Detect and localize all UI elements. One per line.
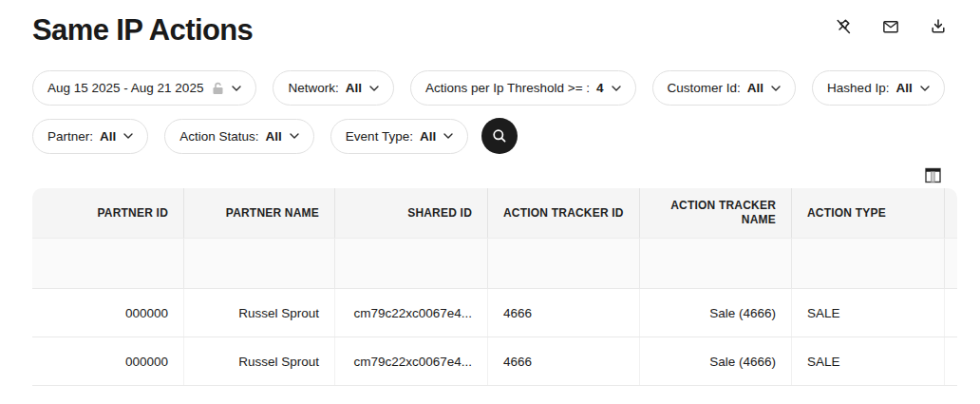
event-type-filter[interactable]: Event Type: All [330, 119, 468, 154]
network-filter-value: All [346, 81, 362, 95]
column-filter-cell[interactable] [487, 239, 639, 288]
cell-partner-id: 000000 [32, 337, 183, 385]
download-icon[interactable] [929, 17, 948, 36]
cell-shared-id: cm79c22xc0067e4... [334, 337, 487, 385]
event-type-filter-label: Event Type: [346, 129, 413, 144]
date-range-filter[interactable]: Aug 15 2025 - Aug 21 2025 [32, 70, 256, 106]
chevron-down-icon [290, 133, 299, 139]
cell-spacer [944, 289, 975, 337]
column-header-action-tracker-id[interactable]: ACTION TRACKER ID [487, 188, 639, 238]
action-status-filter-value: All [266, 129, 282, 144]
network-filter[interactable]: Network: All [273, 70, 394, 106]
manage-columns-icon[interactable] [925, 167, 941, 183]
action-status-filter[interactable]: Action Status: All [164, 119, 314, 154]
cell-action-tracker-id: 4666 [487, 337, 639, 385]
partner-filter[interactable]: Partner: All [32, 119, 148, 154]
same-ip-actions-table: PARTNER ID PARTNER NAME SHARED ID ACTION… [32, 188, 957, 385]
unpin-icon[interactable] [834, 17, 853, 36]
email-icon[interactable] [881, 17, 900, 36]
table-tools [0, 167, 980, 183]
actions-per-ip-threshold-filter[interactable]: Actions per Ip Threshold >= : 4 [410, 70, 636, 106]
topbar: Same IP Actions [0, 0, 980, 48]
column-filter-spacer [944, 239, 975, 288]
customer-id-filter-label: Customer Id: [668, 81, 741, 95]
cell-action-type: SALE [791, 337, 944, 385]
cell-action-tracker-id: 4666 [487, 289, 639, 337]
network-filter-label: Network: [288, 81, 338, 95]
hashed-ip-filter-label: Hashed Ip: [827, 81, 889, 95]
column-header-partner-name[interactable]: PARTNER NAME [183, 188, 334, 238]
threshold-filter-label: Actions per Ip Threshold >= : [425, 81, 590, 95]
filters: Aug 15 2025 - Aug 21 2025 Network: All A… [32, 70, 980, 154]
cell-action-type: SALE [791, 289, 944, 337]
hashed-ip-filter-value: All [895, 81, 912, 95]
chevron-down-icon [771, 86, 781, 91]
partner-filter-label: Partner: [47, 129, 93, 144]
table-row-partial [32, 385, 957, 391]
chevron-down-icon [612, 86, 621, 91]
open-lock-icon [212, 82, 224, 95]
date-range-label: Aug 15 2025 - Aug 21 2025 [47, 81, 203, 95]
customer-id-filter[interactable]: Customer Id: All [652, 70, 797, 106]
search-icon [491, 127, 508, 144]
event-type-filter-value: All [420, 129, 436, 144]
threshold-filter-value: 4 [596, 81, 604, 95]
action-status-filter-label: Action Status: [179, 129, 258, 144]
column-header-action-type[interactable]: ACTION TYPE [791, 188, 944, 238]
search-button[interactable] [481, 118, 518, 154]
table-row: 000000 Russel Sprout cm79c22xc0067e4... … [32, 337, 957, 385]
cell-partner-name: Russel Sprout [183, 337, 334, 385]
chevron-down-icon [232, 86, 241, 91]
customer-id-filter-value: All [747, 81, 763, 95]
chevron-down-icon [369, 86, 379, 91]
cell-partner-name: Russel Sprout [183, 289, 334, 337]
cell-spacer [944, 337, 975, 385]
filter-row-2: Partner: All Action Status: All Event Ty… [32, 118, 980, 154]
column-header-shared-id[interactable]: SHARED ID [334, 188, 487, 238]
filter-row-1: Aug 15 2025 - Aug 21 2025 Network: All A… [32, 70, 980, 106]
toolbar-icons [834, 17, 948, 36]
column-filter-cell[interactable] [791, 239, 944, 288]
column-header-spacer [944, 188, 975, 238]
column-filter-cell[interactable] [183, 239, 334, 288]
column-header-partner-id[interactable]: PARTNER ID [32, 188, 183, 238]
partner-filter-value: All [100, 129, 116, 144]
chevron-down-icon [123, 133, 133, 139]
hashed-ip-filter[interactable]: Hashed Ip: All [812, 70, 945, 106]
table-header-row: PARTNER ID PARTNER NAME SHARED ID ACTION… [32, 188, 957, 238]
column-filter-cell[interactable] [639, 239, 791, 288]
column-filter-row [32, 238, 957, 288]
column-filter-cell[interactable] [32, 239, 183, 288]
cell-partner-id: 000000 [32, 289, 183, 337]
column-filter-cell[interactable] [334, 239, 487, 288]
chevron-down-icon [443, 133, 453, 139]
cell-action-tracker-name: Sale (4666) [639, 337, 791, 385]
column-header-action-tracker-name[interactable]: ACTION TRACKER NAME [639, 188, 791, 238]
cell-action-tracker-name: Sale (4666) [639, 289, 791, 337]
chevron-down-icon [920, 86, 930, 91]
table-row: 000000 Russel Sprout cm79c22xc0067e4... … [32, 288, 957, 337]
cell-shared-id: cm79c22xc0067e4... [334, 289, 487, 337]
page-title: Same IP Actions [32, 13, 253, 48]
